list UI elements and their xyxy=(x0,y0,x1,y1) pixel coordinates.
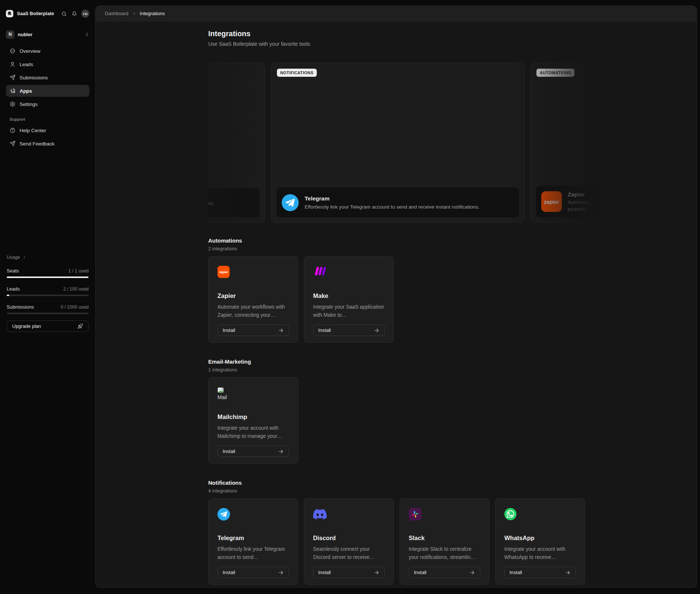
workspace-switcher[interactable]: N nubler xyxy=(6,30,89,39)
usage-value: 2 / 100 used xyxy=(63,286,89,292)
main-panel: Dashboard Integrations Integrations Use … xyxy=(95,6,697,588)
category-badge: AUTOMATIONS xyxy=(536,69,574,77)
section-count: 1 integrations xyxy=(208,367,585,373)
search-icon[interactable] xyxy=(60,10,68,18)
app-description: Integrate Slack to centralize your notif… xyxy=(409,545,480,562)
app-description: Integrate your account with Mailchimp to… xyxy=(217,424,289,440)
sidebar-item-leads[interactable]: Leads xyxy=(6,58,89,70)
install-button[interactable]: Install xyxy=(217,446,289,457)
broken-image-icon xyxy=(217,387,227,393)
brand-name: SaaS Boilerplate xyxy=(17,11,54,16)
app-description: Effortlessly link your Telegram account … xyxy=(217,545,289,562)
install-button[interactable]: Install xyxy=(217,567,289,578)
slide-app-name: Zapier xyxy=(568,191,589,198)
send-icon xyxy=(10,75,16,80)
breadcrumb-dashboard[interactable]: Dashboard xyxy=(105,11,128,16)
slide-app-description: Effortlessly link your Telegram account … xyxy=(305,204,480,210)
install-button[interactable]: Install xyxy=(313,325,385,336)
usage-link[interactable]: Usage xyxy=(7,255,89,260)
carousel-slide-previous[interactable]: es. xyxy=(208,63,265,223)
notifications-bell-icon[interactable] xyxy=(70,10,78,18)
install-button[interactable]: Install xyxy=(217,325,289,336)
section-count: 2 integrations xyxy=(208,246,585,252)
submissions-progress-bar xyxy=(7,313,89,314)
slide-app-name: Telegram xyxy=(305,195,480,202)
sidebar-item-submissions[interactable]: Submissions xyxy=(6,72,89,83)
usage-panel: Usage Seats 1 / 1 used Leads 2 / 100 use… xyxy=(6,255,89,332)
page-subtitle: Use SaaS Boilerplate with your favorite … xyxy=(208,41,697,47)
overview-icon xyxy=(10,48,16,54)
slide-app-description: Automate xyxy=(568,199,589,205)
install-button[interactable]: Install xyxy=(504,567,576,578)
workspace-name: nubler xyxy=(18,32,32,37)
app-name: Mailchimp xyxy=(217,413,289,421)
upgrade-plan-button[interactable]: Upgrade plan xyxy=(7,320,89,332)
carousel-slide-zapier[interactable]: AUTOMATIONS zapier Zapier Automate power… xyxy=(531,63,697,223)
install-button[interactable]: Install xyxy=(409,567,480,578)
sidebar-item-overview[interactable]: Overview xyxy=(6,45,89,57)
app-name: Slack xyxy=(409,534,480,542)
app-card-zapier: zapier Zapier Automate your workflows wi… xyxy=(208,256,298,343)
carousel-track: es. NOTIFICATIONS Telegram Effortlessly … xyxy=(208,63,697,223)
usage-value: 0 / 1000 used xyxy=(61,305,89,310)
make-logo-icon xyxy=(313,266,328,277)
sidebar-header: SaaS Boilerplate FB xyxy=(6,8,89,19)
section-title-email-marketing: Email-Marketing xyxy=(208,358,585,365)
section-title-automations: Automations xyxy=(208,237,585,244)
app-card-telegram: Telegram Effortlessly link your Telegram… xyxy=(208,498,298,585)
workspace-badge: N xyxy=(6,30,14,39)
arrow-right-icon xyxy=(278,570,284,576)
gear-icon xyxy=(10,101,16,107)
sidebar-item-settings[interactable]: Settings xyxy=(6,98,89,110)
sidebar-nav: Overview Leads Submissions Apps Settings… xyxy=(6,45,89,151)
user-avatar[interactable]: FB xyxy=(81,10,89,18)
puzzle-icon xyxy=(10,88,16,94)
sidebar-item-send-feedback[interactable]: Send Feedback xyxy=(6,138,89,150)
install-button[interactable]: Install xyxy=(313,567,385,578)
usage-row-submissions: Submissions 0 / 1000 used xyxy=(7,304,89,314)
automations-grid: zapier Zapier Automate your workflows wi… xyxy=(208,256,585,343)
usage-row-seats: Seats 1 / 1 used xyxy=(7,268,89,278)
truncated-description-tail: es. xyxy=(208,200,215,206)
sidebar-item-help-center[interactable]: Help Center xyxy=(6,124,89,136)
app-description: Seamlessly connect your Discord server t… xyxy=(313,545,385,562)
chevron-right-icon xyxy=(132,11,137,16)
paper-plane-icon xyxy=(10,141,16,147)
zapier-logo-icon: zapier xyxy=(541,191,562,212)
app-name: Make xyxy=(313,292,385,300)
integration-sections: Automations 2 integrations zapier Zapier… xyxy=(208,237,585,585)
image-alt-text: Mail xyxy=(217,394,227,400)
slide-overlay: zapier Zapier Automate powerful xyxy=(536,186,697,217)
telegram-logo-icon xyxy=(217,508,230,521)
email-marketing-grid: Mail Mailchimp Integrate your account wi… xyxy=(208,377,585,464)
rocket-icon xyxy=(78,323,83,329)
slide-overlay: es. xyxy=(208,188,260,217)
seats-progress-bar xyxy=(7,277,89,278)
chevrons-up-down-icon xyxy=(85,32,89,37)
slide-app-description: powerful xyxy=(568,206,589,212)
breadcrumb: Dashboard Integrations xyxy=(96,6,697,21)
help-circle-icon xyxy=(10,127,16,133)
whatsapp-logo-icon xyxy=(504,508,517,520)
usage-row-leads: Leads 2 / 100 used xyxy=(7,286,89,296)
slide-overlay: Telegram Effortlessly link your Telegram… xyxy=(277,188,519,217)
app-description: Automate your workflows with Zapier, con… xyxy=(217,303,289,319)
page-title: Integrations xyxy=(208,29,697,38)
notifications-grid: Telegram Effortlessly link your Telegram… xyxy=(208,498,585,585)
discord-logo-icon xyxy=(313,509,327,519)
arrow-right-icon xyxy=(469,570,475,576)
zapier-logo-icon: zapier xyxy=(217,266,230,278)
app-name: WhatsApp xyxy=(504,534,576,542)
app-name: Zapier xyxy=(217,292,289,300)
app-name: Telegram xyxy=(217,534,289,542)
telegram-logo-icon xyxy=(282,194,299,211)
app-description: Integrate your account with WhatsApp to … xyxy=(504,545,576,562)
leads-progress-bar xyxy=(7,295,89,296)
app-card-make: Make Integrate your SaaS application wit… xyxy=(304,256,394,343)
brand-logo-icon xyxy=(6,10,13,17)
sidebar-item-apps[interactable]: Apps xyxy=(6,85,89,97)
sidebar: SaaS Boilerplate FB N nubler Overview Le… xyxy=(0,0,95,594)
arrow-right-icon xyxy=(374,570,380,576)
app-name: Discord xyxy=(313,534,385,542)
carousel-slide-telegram[interactable]: NOTIFICATIONS Telegram Effortlessly link… xyxy=(271,63,525,223)
